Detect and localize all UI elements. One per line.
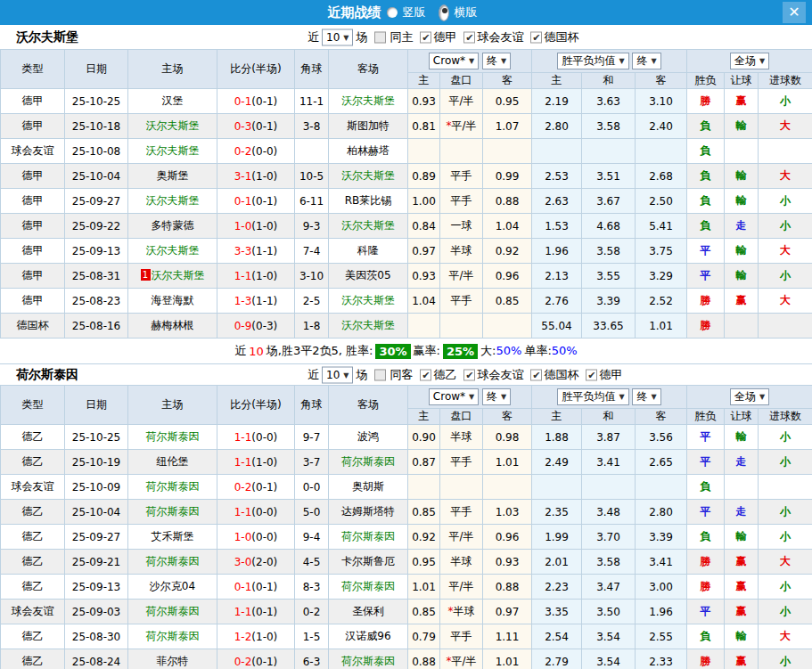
result-handicap: 赢 (725, 649, 759, 669)
final-odds-select[interactable]: 终▼ (482, 53, 511, 69)
horizontal-layout-label: 横版 (455, 4, 478, 20)
close-icon[interactable]: ✕ (783, 2, 806, 23)
crow-home-odds: 0.89 (408, 164, 440, 189)
col-odds-home: 主 (408, 73, 440, 89)
chevron-down-icon: ▼ (651, 393, 656, 401)
away-team: 波鸿 (329, 425, 408, 450)
col-type: 类型 (1, 50, 65, 89)
crow-handicap (440, 475, 483, 500)
col-result-handicap: 让球 (725, 409, 759, 425)
final-avg-select[interactable]: 终▼ (632, 388, 660, 405)
final-avg-select[interactable]: 终▼ (632, 53, 660, 69)
result-handicap: 輸 (725, 239, 759, 264)
home-team: 奥斯堡 (128, 164, 217, 189)
avg-odds-select[interactable]: 胜平负均值▼ (557, 53, 628, 69)
same-venue-checkbox[interactable] (374, 31, 386, 43)
col-type: 类型 (1, 386, 65, 425)
result-outcome: 平 (687, 239, 725, 264)
crow-handicap: 半球 (440, 425, 483, 450)
league-filter-checkbox[interactable]: ✔ (463, 32, 475, 44)
league-type-badge: 德甲 (1, 239, 65, 264)
avg-away-odds: 3.75 (636, 239, 687, 264)
corner-count (295, 139, 329, 164)
corner-count: 2-5 (295, 289, 329, 314)
fullmatch-select[interactable]: 全场▼ (730, 53, 769, 69)
crow-away-odds: 0.97 (483, 600, 532, 624)
result-goals: 大 (759, 114, 812, 139)
league-type-badge: 德国杯 (1, 314, 65, 339)
league-filter-checkbox[interactable]: ✔ (530, 32, 542, 44)
home-team-name: 沃尔夫斯堡 (16, 29, 78, 45)
horizontal-layout-radio[interactable] (439, 4, 449, 21)
chevron-down-icon: ▼ (343, 371, 349, 379)
league-type-badge: 德甲 (1, 164, 65, 189)
avg-draw-odds: 3.58 (582, 550, 636, 575)
crow-home-odds: 1.04 (408, 289, 440, 314)
same-venue-checkbox[interactable] (374, 369, 386, 380)
home-team: 多特蒙德 (128, 214, 217, 239)
league-filter-checkbox[interactable]: ✔ (463, 370, 475, 381)
match-date: 25-10-18 (65, 114, 128, 139)
home-team: 海登海默 (128, 289, 217, 314)
away-team: 沃尔夫斯堡 (329, 164, 408, 189)
match-count-select[interactable]: 10▼ (322, 29, 353, 45)
crow-home-odds: 0.79 (408, 624, 440, 649)
home-team: 荷尔斯泰因 (128, 425, 217, 450)
corner-count: 4-5 (295, 550, 329, 575)
league-type-badge: 德甲 (1, 289, 65, 314)
away-team: 斯图加特 (329, 114, 408, 139)
league-filter-checkbox[interactable]: ✔ (420, 370, 431, 381)
match-date: 25-09-22 (65, 214, 128, 239)
score-halftime: 0-1(0-1) (217, 189, 295, 214)
crow-away-odds: 0.88 (483, 575, 532, 600)
result-goals: 小 (759, 450, 812, 475)
matches-label: 场 (356, 29, 367, 45)
result-handicap: 輸 (725, 164, 759, 189)
crow-away-odds: 1.03 (483, 500, 532, 525)
chevron-down-icon: ▼ (469, 57, 474, 65)
league-filter-checkbox[interactable]: ✔ (530, 370, 542, 381)
match-row: 德国杯25-08-16赫梅林根0-9(0-3)1-8沃尔夫斯堡55.0433.6… (1, 314, 812, 339)
match-row: 德乙25-08-24菲尔特0-2(0-1)6-3荷尔斯泰因0.88*平/半1.0… (1, 649, 812, 669)
result-outcome: 負 (687, 214, 725, 239)
match-date: 25-10-04 (65, 164, 128, 189)
home-team: 赫梅林根 (128, 314, 217, 339)
match-date: 25-09-27 (65, 525, 128, 550)
result-outcome: 勝 (687, 314, 725, 339)
avg-draw-odds: 3.67 (582, 189, 636, 214)
match-date: 25-10-25 (65, 89, 128, 114)
avg-draw-odds (582, 475, 636, 500)
corner-count: 6-3 (295, 649, 329, 669)
bookmaker-select[interactable]: Crow*▼ (429, 388, 479, 405)
filter-bar: 近 10▼ 场 同客 ✔德乙✔球会友谊✔德国杯✔德甲 (305, 366, 625, 383)
home-team: 沃尔夫斯堡 (128, 239, 217, 264)
crow-away-odds: 1.01 (483, 649, 532, 669)
league-type-badge: 德乙 (1, 500, 65, 525)
result-outcome: 負 (687, 164, 725, 189)
result-handicap: 赢 (725, 600, 759, 624)
fullmatch-select[interactable]: 全场▼ (730, 388, 769, 405)
result-outcome: 負 (687, 139, 725, 164)
avg-odds-select[interactable]: 胜平负均值▼ (557, 388, 628, 405)
away-team: 荷尔斯泰因 (329, 575, 408, 600)
bookmaker-select[interactable]: Crow*▼ (429, 53, 479, 69)
league-filter-checkbox[interactable]: ✔ (420, 32, 431, 44)
avg-home-odds: 1.88 (532, 425, 582, 450)
league-filter-checkbox[interactable]: ✔ (586, 370, 597, 381)
result-goals: 小 (759, 575, 812, 600)
vertical-layout-radio[interactable] (387, 7, 398, 18)
away-team: 奥胡斯 (329, 475, 408, 500)
home-team: 沃尔夫斯堡 (128, 114, 217, 139)
corner-count: 9-3 (295, 214, 329, 239)
crow-home-odds: 0.85 (408, 500, 440, 525)
avg-group-header: 胜平负均值▼ 终▼ (532, 386, 687, 409)
chevron-down-icon: ▼ (501, 393, 506, 401)
match-count-select[interactable]: 10▼ (322, 366, 353, 383)
avg-home-odds: 3.35 (532, 600, 582, 624)
match-row: 德乙25-10-19纽伦堡1-1(1-0)3-7荷尔斯泰因0.87平手1.012… (1, 450, 812, 475)
matches-label: 场 (356, 367, 367, 383)
result-handicap: 輸 (725, 114, 759, 139)
final-odds-select[interactable]: 终▼ (482, 388, 511, 405)
avg-away-odds: 2.50 (636, 189, 687, 214)
match-row: 球会友谊25-10-08沃尔夫斯堡0-2(0-0)柏林赫塔負 (1, 139, 812, 164)
